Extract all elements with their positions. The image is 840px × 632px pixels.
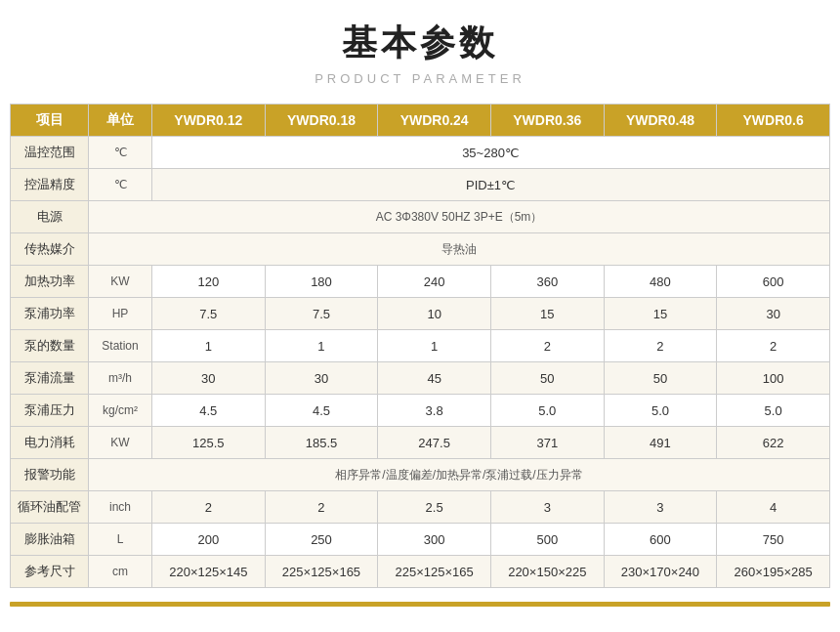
column-header-6: YWDR0.48 [604, 105, 717, 137]
row-value-4: 3 [604, 491, 717, 524]
row-value-1: 2 [265, 491, 378, 524]
row-value-1: 250 [265, 524, 378, 556]
row-value-0: 220×125×145 [152, 556, 266, 588]
column-header-2: YWDR0.12 [152, 105, 266, 137]
row-unit: ℃ [89, 169, 152, 201]
row-value-4: 491 [604, 427, 717, 459]
row-value-5: 600 [717, 266, 830, 298]
page-subtitle: PRODUCT PARAMETER [315, 71, 525, 86]
row-unit: ℃ [89, 137, 152, 169]
column-header-7: YWDR0.6 [717, 105, 830, 137]
row-label: 泵浦功率 [11, 298, 89, 330]
row-unit: KW [89, 266, 152, 298]
row-value-1: 1 [265, 330, 378, 362]
row-value-4: 50 [604, 362, 717, 395]
row-value-4: 5.0 [604, 395, 717, 427]
row-label: 温控范围 [11, 137, 89, 169]
table-row: 泵浦压力kg/cm²4.54.53.85.05.05.0 [11, 395, 830, 427]
row-label: 传热媒介 [11, 233, 89, 266]
row-value-5: 100 [717, 362, 830, 395]
row-value-5: 4 [717, 491, 830, 524]
table-row: 报警功能相序异常/温度偏差/加热异常/泵浦过载/压力异常 [11, 459, 830, 491]
row-value-3: 5.0 [490, 395, 604, 427]
row-value-2: 225×125×165 [378, 556, 491, 588]
row-value-2: 247.5 [378, 427, 491, 459]
row-unit: m³/h [89, 362, 152, 395]
row-value-5: 5.0 [717, 395, 830, 427]
row-value-0: 125.5 [152, 427, 266, 459]
row-value-3: 15 [490, 298, 604, 330]
row-value-5: 30 [717, 298, 830, 330]
row-label: 泵浦压力 [11, 395, 89, 427]
row-value-2: 240 [378, 266, 491, 298]
row-value-0: 2 [152, 491, 266, 524]
row-value-1: 4.5 [265, 395, 378, 427]
params-table: 项目单位YWDR0.12YWDR0.18YWDR0.24YWDR0.36YWDR… [10, 104, 830, 588]
row-value-3: 2 [490, 330, 604, 362]
table-row: 传热媒介导热油 [11, 233, 830, 266]
row-label: 报警功能 [11, 459, 89, 491]
table-row: 泵的数量Station111222 [11, 330, 830, 362]
row-value-span: 35~280℃ [152, 137, 830, 169]
row-value-5: 2 [717, 330, 830, 362]
row-value-3: 3 [490, 491, 604, 524]
table-row: 泵浦功率HP7.57.510151530 [11, 298, 830, 330]
row-value-0: 30 [152, 362, 266, 395]
row-unit: 导热油 [89, 233, 830, 266]
row-value-3: 500 [490, 524, 604, 556]
row-value-4: 600 [604, 524, 717, 556]
row-unit: kg/cm² [89, 395, 152, 427]
row-value-3: 360 [490, 266, 604, 298]
row-value-span: PID±1℃ [152, 169, 830, 201]
column-header-5: YWDR0.36 [490, 105, 604, 137]
row-value-0: 120 [152, 266, 266, 298]
row-unit: cm [89, 556, 152, 588]
row-value-1: 30 [265, 362, 378, 395]
row-label: 电力消耗 [11, 427, 89, 459]
row-value-4: 15 [604, 298, 717, 330]
row-label: 循环油配管 [11, 491, 89, 524]
row-label: 泵的数量 [11, 330, 89, 362]
table-row: 加热功率KW120180240360480600 [11, 266, 830, 298]
table-row: 电源AC 3Φ380V 50HZ 3P+E（5m） [11, 201, 830, 233]
row-value-2: 45 [378, 362, 491, 395]
row-value-3: 220×150×225 [490, 556, 604, 588]
row-value-0: 4.5 [152, 395, 266, 427]
row-value-0: 1 [152, 330, 266, 362]
row-value-0: 7.5 [152, 298, 266, 330]
table-row: 循环油配管inch222.5334 [11, 491, 830, 524]
table-row: 参考尺寸cm220×125×145225×125×165225×125×1652… [11, 556, 830, 588]
row-value-2: 10 [378, 298, 491, 330]
table-row: 电力消耗KW125.5185.5247.5371491622 [11, 427, 830, 459]
row-label: 膨胀油箱 [11, 524, 89, 556]
row-value-2: 3.8 [378, 395, 491, 427]
row-unit: Station [89, 330, 152, 362]
table-row: 温控范围℃35~280℃ [11, 137, 830, 169]
row-unit: HP [89, 298, 152, 330]
column-header-3: YWDR0.18 [265, 105, 378, 137]
table-row: 控温精度℃PID±1℃ [11, 169, 830, 201]
row-value-3: 50 [490, 362, 604, 395]
table-row: 泵浦流量m³/h3030455050100 [11, 362, 830, 395]
row-value-1: 225×125×165 [265, 556, 378, 588]
row-unit: L [89, 524, 152, 556]
row-value-2: 2.5 [378, 491, 491, 524]
row-unit: KW [89, 427, 152, 459]
row-label: 参考尺寸 [11, 556, 89, 588]
row-value-2: 300 [378, 524, 491, 556]
row-value-4: 230×170×240 [604, 556, 717, 588]
row-value-5: 622 [717, 427, 830, 459]
column-header-4: YWDR0.24 [378, 105, 491, 137]
row-value-4: 480 [604, 266, 717, 298]
row-label: 加热功率 [11, 266, 89, 298]
row-unit: AC 3Φ380V 50HZ 3P+E（5m） [89, 201, 830, 233]
row-value-0: 200 [152, 524, 266, 556]
row-value-5: 260×195×285 [717, 556, 830, 588]
row-value-3: 371 [490, 427, 604, 459]
row-label: 电源 [11, 201, 89, 233]
row-value-2: 1 [378, 330, 491, 362]
row-label: 控温精度 [11, 169, 89, 201]
row-value-1: 7.5 [265, 298, 378, 330]
column-header-1: 单位 [89, 105, 152, 137]
table-header-row: 项目单位YWDR0.12YWDR0.18YWDR0.24YWDR0.36YWDR… [11, 105, 830, 137]
